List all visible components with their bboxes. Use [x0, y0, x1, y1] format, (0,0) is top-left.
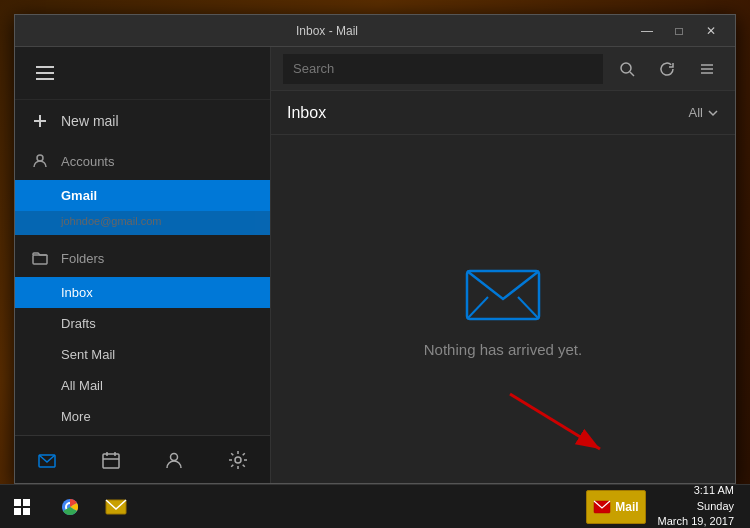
mail-nav-button[interactable]	[25, 438, 69, 482]
sidebar-nav: New mail Accounts	[15, 100, 270, 435]
new-mail-label: New mail	[61, 113, 119, 129]
red-arrow-annotation	[500, 384, 620, 468]
mail-taskbar-label: Mail	[615, 500, 638, 514]
hamburger-line-2	[36, 72, 54, 74]
person-icon	[31, 152, 49, 170]
taskbar-clock: 3:11 AM Sunday March 19, 2017	[650, 483, 742, 528]
empty-message: Nothing has arrived yet.	[424, 341, 582, 358]
inbox-title: Inbox	[287, 104, 689, 122]
gmail-label: Gmail	[61, 188, 97, 203]
minimize-button[interactable]: —	[631, 17, 663, 45]
svg-line-12	[630, 72, 634, 76]
sidebar-bottom-nav	[15, 435, 270, 483]
window-controls: — □ ✕	[631, 17, 727, 45]
more-label: More	[61, 409, 91, 424]
all-mail-folder-item[interactable]: All Mail	[15, 370, 270, 401]
drafts-label: Drafts	[61, 316, 96, 331]
svg-point-9	[171, 453, 178, 460]
svg-point-10	[235, 457, 241, 463]
plus-icon	[31, 112, 49, 130]
taskbar-tray: Mail 3:11 AM Sunday March 19, 2017	[586, 483, 750, 528]
sidebar-top	[15, 47, 270, 100]
svg-rect-24	[23, 508, 30, 515]
more-item[interactable]: More	[15, 401, 270, 432]
inbox-label: Inbox	[61, 285, 93, 300]
sent-label: Sent Mail	[61, 347, 115, 362]
svg-rect-22	[23, 499, 30, 506]
hamburger-line-3	[36, 78, 54, 80]
more-options-button[interactable]	[691, 53, 723, 85]
search-input[interactable]	[283, 54, 603, 84]
svg-point-11	[621, 63, 631, 73]
filter-label: All	[689, 105, 703, 120]
accounts-header: Accounts	[15, 142, 270, 180]
svg-rect-5	[103, 454, 119, 468]
folders-label: Folders	[61, 251, 104, 266]
empty-inbox-icon	[463, 261, 543, 321]
search-button[interactable]	[611, 53, 643, 85]
chrome-taskbar-icon[interactable]	[48, 485, 92, 529]
maximize-button[interactable]: □	[663, 17, 695, 45]
main-toolbar	[271, 47, 735, 91]
close-button[interactable]: ✕	[695, 17, 727, 45]
accounts-label: Accounts	[61, 154, 114, 169]
refresh-button[interactable]	[651, 53, 683, 85]
folder-icon	[31, 249, 49, 267]
window-title: Inbox - Mail	[23, 24, 631, 38]
calendar-nav-button[interactable]	[89, 438, 133, 482]
clock-day: Sunday	[658, 499, 734, 514]
inbox-folder-item[interactable]: Inbox	[15, 277, 270, 308]
svg-rect-21	[14, 499, 21, 506]
svg-line-18	[518, 297, 539, 319]
filter-button[interactable]: All	[689, 105, 719, 120]
app-window: Inbox - Mail — □ ✕	[14, 14, 736, 484]
clock-time: 3:11 AM	[658, 483, 734, 498]
clock-date: March 19, 2017	[658, 514, 734, 528]
folders-header: Folders	[15, 239, 270, 277]
inbox-header: Inbox All	[271, 91, 735, 135]
new-mail-button[interactable]: New mail	[15, 100, 270, 142]
sidebar: New mail Accounts	[15, 47, 271, 483]
mail-notification-button[interactable]: Mail	[586, 490, 645, 524]
sent-mail-folder-item[interactable]: Sent Mail	[15, 339, 270, 370]
svg-point-2	[37, 155, 43, 161]
drafts-folder-item[interactable]: Drafts	[15, 308, 270, 339]
gmail-sub-label: johndoe@gmail.com	[15, 211, 270, 235]
svg-line-20	[510, 394, 600, 449]
desktop: Inbox - Mail — □ ✕	[0, 0, 750, 528]
mail-taskbar-icon[interactable]	[94, 485, 138, 529]
taskbar: Mail 3:11 AM Sunday March 19, 2017	[0, 484, 750, 528]
hamburger-button[interactable]	[27, 55, 63, 91]
svg-rect-3	[33, 255, 47, 264]
window-body: New mail Accounts	[15, 47, 735, 483]
taskbar-pinned-icons	[44, 485, 586, 529]
gmail-account-item[interactable]: Gmail	[15, 180, 270, 211]
svg-line-17	[467, 297, 488, 319]
titlebar: Inbox - Mail — □ ✕	[15, 15, 735, 47]
people-nav-button[interactable]	[152, 438, 196, 482]
hamburger-line-1	[36, 66, 54, 68]
start-button[interactable]	[0, 485, 44, 529]
svg-rect-23	[14, 508, 21, 515]
settings-nav-button[interactable]	[216, 438, 260, 482]
all-label: All Mail	[61, 378, 103, 393]
